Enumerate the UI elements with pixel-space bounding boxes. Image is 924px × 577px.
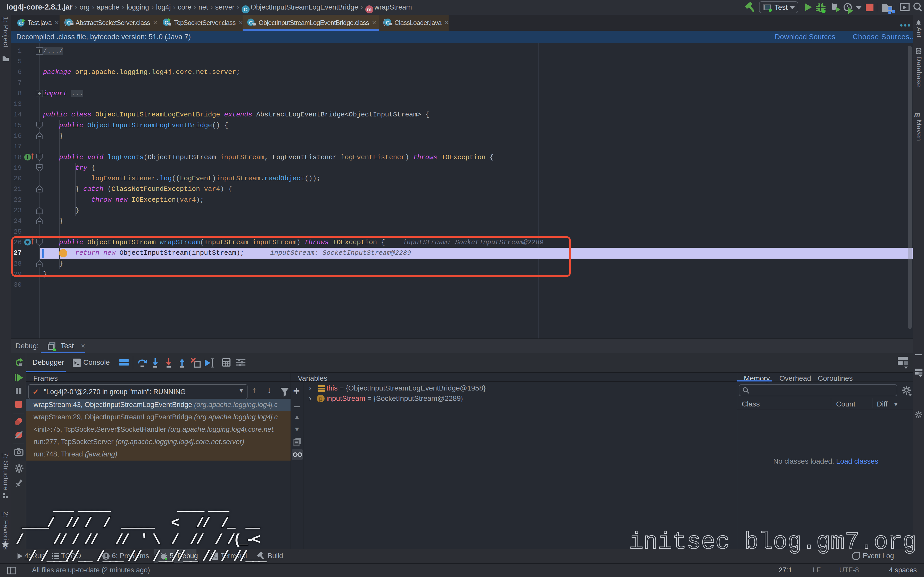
svg-text:p: p [319, 395, 322, 402]
svg-text:C: C [19, 21, 23, 26]
svg-text:C: C [67, 20, 71, 26]
svg-text:Test: Test [774, 3, 788, 11]
svg-text:C: C [249, 20, 253, 26]
svg-text:C: C [165, 20, 168, 26]
svg-text:C: C [386, 20, 389, 26]
